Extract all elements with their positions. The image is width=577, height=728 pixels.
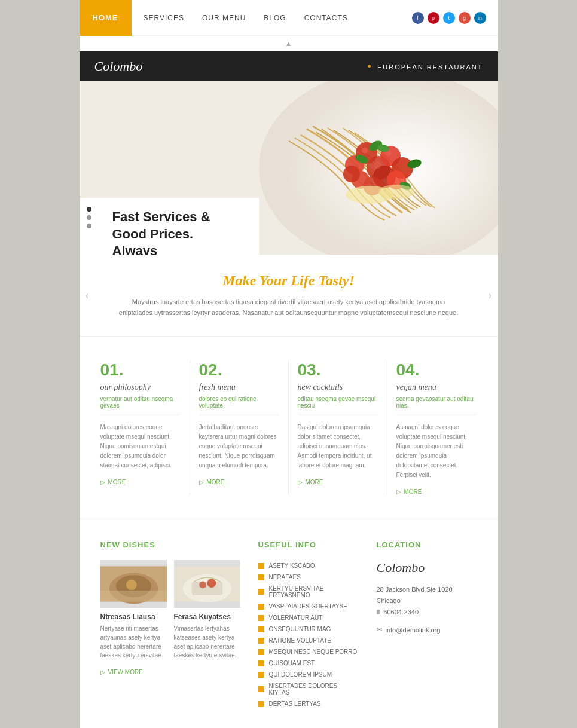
info-item-9-text: QUISQUAM EST [269,660,315,666]
location-heading: LOCATION [377,540,477,549]
location-col: LOCATION Colombo 28 Jackson Blvd Ste 102… [368,540,486,709]
info-item-8: MSEQUI NESC NEQUE PORRO [258,646,359,657]
nav-home-button[interactable]: HOME [80,0,132,36]
feature-2: 02. fresh menu dolores eo qui ratione vo… [190,360,289,495]
feature-2-more-label: MORE [207,479,225,485]
slide-bullet-3[interactable] [87,224,91,228]
useful-info-col: USEFUL INFO ASETY KSCABO NERAFAES KERTYU… [249,540,368,709]
view-more-arrow-icon: ▷ [100,669,105,675]
feature-4-name: vegan menu [396,383,477,392]
svg-point-11 [343,166,360,182]
feature-4-num: 04. [396,360,477,380]
feature-4-subtitle: seqma gevaosatur aut oditau nias. [396,396,477,409]
feature-1-body: Masagni dolores eoque voluptate msequi n… [100,423,181,470]
feature-3-name: new cocktails [298,383,378,392]
slide-bullet-1[interactable] [87,207,91,212]
slider-title: Make Your Life Tasty! [103,273,474,289]
pinterest-icon[interactable]: p [428,12,439,24]
info-item-4-text: VASPTAIADES GOERTAYSE [269,603,347,610]
email-address[interactable]: info@demolink.org [386,626,441,634]
email-icon: ✉ [377,626,382,634]
slide-bullet-2[interactable] [87,215,91,220]
nav-our-menu[interactable]: OUR MENU [202,14,246,22]
svg-rect-29 [191,582,222,595]
more-arrow-icon: ▷ [100,479,105,485]
dish-1-desc: Nertyase riti masertas artyaunas asety k… [100,624,167,660]
slider-next-button[interactable]: › [489,289,492,302]
svg-point-25 [126,580,136,591]
feature-4-body: Asmagni dolores eoque voluptate msequi n… [396,423,477,480]
feature-3-divider [298,415,378,415]
dish-2-image [174,560,240,608]
svg-point-31 [199,582,206,589]
twitter-icon[interactable]: t [443,12,455,24]
slider-prev-button[interactable]: ‹ [86,289,89,302]
hero-text-box: Fast Services & Good Prices. Always [80,198,259,255]
nav-links: SERVICES OUR MENU BLOG CONTACTS [144,14,412,22]
social-icons: f p t g in [412,12,486,24]
info-item-9: QUISQUAM EST [258,657,359,669]
location-name: Colombo [377,560,477,576]
info-item-5-text: VOLERNATUR AUT [269,614,323,621]
info-item-8-text: MSEQUI NESC NEQUE PORRO [269,649,358,655]
bottom-section: NEW DISHES Ntreasas Liausa Nertyase riti [80,519,498,728]
linkedin-icon[interactable]: in [474,12,486,24]
nav-contacts[interactable]: CONTACTS [304,14,348,22]
feature-1-more-button[interactable]: ▷ MORE [100,479,181,485]
feature-1-more-label: MORE [108,479,126,485]
feature-4: 04. vegan menu seqma gevaosatur aut odit… [387,360,486,495]
feature-2-num: 02. [199,360,279,380]
feature-3-more-button[interactable]: ▷ MORE [298,479,378,485]
dish-1-title: Ntreasas Liausa [100,613,167,621]
view-more-button[interactable]: ▷ VIEW MORE [100,669,240,675]
more-arrow-icon-4: ▷ [396,488,401,495]
info-item-7-text: RATIONE VOLUPTATE [269,637,331,644]
more-arrow-icon-2: ▷ [199,479,204,485]
info-item-7: RATIONE VOLUPTATE [258,635,359,646]
new-dishes-col: NEW DISHES Ntreasas Liausa Nertyase riti [91,540,249,709]
scroll-indicator: ▲ [80,36,498,51]
info-item-3: KERTYU ERSVITAE ERTYASNEMO [258,583,359,601]
feature-2-name: fresh menu [199,383,279,392]
feature-3: 03. new cocktails oditau nseqma gevae ms… [289,360,387,495]
info-bullet-icon [258,701,264,707]
info-bullet-icon [258,615,264,621]
nav-services[interactable]: SERVICES [144,14,184,22]
feature-4-more-button[interactable]: ▷ MORE [396,488,477,495]
info-item-10-text: QUI DOLOREM IPSUM [269,671,332,678]
googleplus-icon[interactable]: g [459,12,471,24]
facebook-icon[interactable]: f [412,12,424,24]
dish-1-image [100,560,167,608]
feature-3-subtitle: oditau nseqma gevae msequi nesciu [298,396,378,409]
header-subtitle: • EUROPEAN RESTAURANT [368,61,483,72]
hero-line1: Fast Services & [112,209,210,224]
hero-slide-bullets [87,207,91,228]
info-bullet-icon [258,589,264,595]
info-item-1: ASETY KSCABO [258,560,359,571]
feature-1: 01. our philosophy vernatur aut oditau n… [91,360,190,495]
info-item-6-text: ONSEQUUNTUR MAG [269,626,331,632]
hero-line3: Always [112,243,158,255]
info-bullet-icon [258,672,264,678]
info-bullet-icon [258,604,264,610]
feature-2-more-button[interactable]: ▷ MORE [199,479,279,485]
info-list: ASETY KSCABO NERAFAES KERTYU ERSVITAE ER… [258,560,359,709]
svg-rect-26 [100,591,167,602]
feature-2-subtitle: dolores eo qui ratione voluptate [199,396,279,409]
info-item-6: ONSEQUUNTUR MAG [258,623,359,635]
info-item-12: DERTAS LERTYAS [258,698,359,709]
feature-1-divider [100,415,181,415]
dish-item-1: Ntreasas Liausa Nertyase riti masertas a… [100,560,167,660]
new-dishes-heading: NEW DISHES [100,540,240,549]
info-item-2: NERAFAES [258,571,359,583]
address-line1: 28 Jackson Blvd Ste 1020 [377,586,453,593]
info-bullet-icon [258,649,264,655]
header-band: Colombo • EUROPEAN RESTAURANT [80,51,498,81]
nav-blog[interactable]: BLOG [264,14,286,22]
hero-heading: Fast Services & Good Prices. Always [112,209,241,255]
info-bullet-icon [258,638,264,644]
feature-3-num: 03. [298,360,378,380]
feature-1-name: our philosophy [100,383,181,392]
info-item-3-text: KERTYU ERSVITAE ERTYASNEMO [269,585,359,598]
location-address: 28 Jackson Blvd Ste 1020 Chicago IL 6060… [377,584,477,617]
